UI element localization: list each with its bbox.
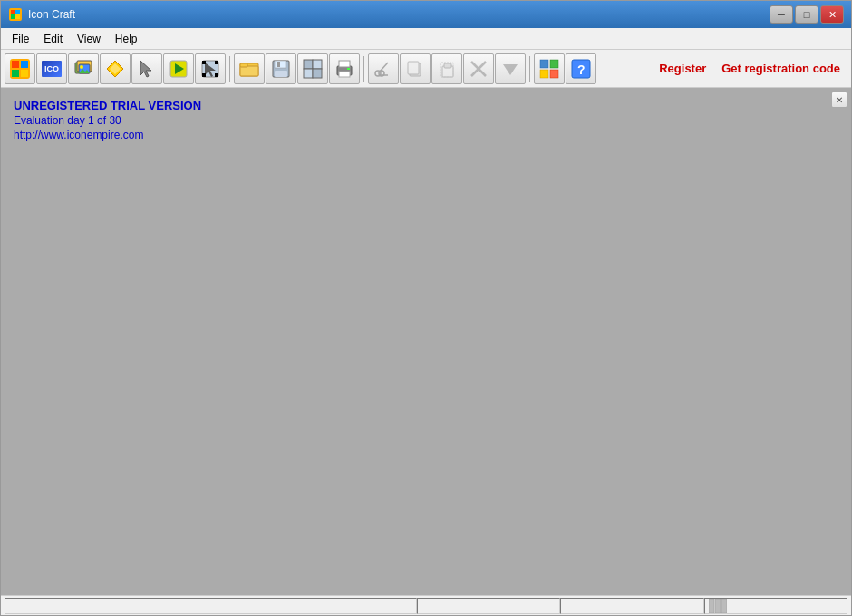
open-btn[interactable] xyxy=(234,53,265,84)
svg-rect-34 xyxy=(313,60,322,69)
svg-rect-27 xyxy=(240,66,258,76)
cursor-btn[interactable] xyxy=(131,53,162,84)
trial-title: UNREGISTERED TRIAL VERSION xyxy=(14,99,201,112)
status-panel-2 xyxy=(417,598,560,614)
svg-rect-2 xyxy=(15,10,20,14)
title-bar: Icon Craft ─ □ ✕ xyxy=(1,1,851,28)
svg-rect-38 xyxy=(339,61,350,67)
copy-btn[interactable] xyxy=(400,53,431,84)
svg-rect-28 xyxy=(240,63,247,67)
separator-2 xyxy=(363,56,364,82)
maximize-button[interactable]: □ xyxy=(795,5,818,24)
close-button[interactable]: ✕ xyxy=(820,5,844,24)
separator-3 xyxy=(529,56,530,82)
svg-rect-56 xyxy=(550,70,558,78)
svg-rect-24 xyxy=(202,73,206,77)
svg-rect-9 xyxy=(21,70,28,77)
svg-rect-35 xyxy=(304,69,313,78)
svg-rect-36 xyxy=(313,69,322,78)
diamond-btn[interactable] xyxy=(100,53,131,84)
main-content: ✕ UNREGISTERED TRIAL VERSION Evaluation … xyxy=(1,88,851,595)
svg-rect-3 xyxy=(11,14,15,19)
svg-rect-53 xyxy=(540,60,548,68)
svg-rect-32 xyxy=(275,71,287,77)
svg-line-43 xyxy=(380,63,388,72)
svg-rect-54 xyxy=(550,60,558,68)
svg-rect-61 xyxy=(721,599,727,613)
svg-marker-17 xyxy=(140,61,151,77)
svg-rect-55 xyxy=(540,70,548,78)
main-window: Icon Craft ─ □ ✕ File Edit View Help ICO xyxy=(0,0,852,616)
svg-text:?: ? xyxy=(577,63,586,77)
menu-view[interactable]: View xyxy=(70,30,108,48)
svg-rect-23 xyxy=(215,61,218,64)
menu-file[interactable]: File xyxy=(5,30,36,48)
separator-1 xyxy=(229,56,230,82)
svg-rect-40 xyxy=(347,68,350,70)
svg-rect-22 xyxy=(202,61,206,64)
menu-help[interactable]: Help xyxy=(108,30,145,48)
trial-banner: UNREGISTERED TRIAL VERSION Evaluation da… xyxy=(14,99,201,141)
minimize-button[interactable]: ─ xyxy=(770,5,793,24)
svg-rect-4 xyxy=(15,14,20,19)
svg-marker-52 xyxy=(503,64,518,75)
cut-btn[interactable] xyxy=(368,53,399,84)
play-btn[interactable] xyxy=(163,53,194,84)
banner-close-button[interactable]: ✕ xyxy=(831,91,847,108)
svg-rect-25 xyxy=(215,73,218,77)
ico-btn[interactable]: ICO xyxy=(36,53,67,84)
svg-rect-39 xyxy=(339,72,350,77)
svg-rect-1 xyxy=(11,10,15,14)
status-bar xyxy=(1,595,851,615)
menu-bar: File Edit View Help xyxy=(1,28,851,50)
svg-rect-6 xyxy=(12,61,19,68)
select-btn[interactable] xyxy=(195,53,226,84)
status-panel-4 xyxy=(704,598,847,614)
print-btn[interactable] xyxy=(329,53,360,84)
trial-link[interactable]: http://www.iconempire.com xyxy=(14,129,201,141)
save-btn[interactable] xyxy=(266,53,296,84)
help-btn[interactable]: ? xyxy=(566,53,596,84)
image-btn[interactable] xyxy=(68,53,99,84)
svg-rect-8 xyxy=(12,70,19,77)
delete-btn[interactable] xyxy=(463,53,494,84)
window-controls: ─ □ ✕ xyxy=(770,5,844,24)
get-registration-button[interactable]: Get registration code xyxy=(714,58,847,79)
svg-rect-59 xyxy=(709,599,714,613)
window-icon xyxy=(8,7,23,22)
svg-rect-48 xyxy=(444,63,451,68)
svg-point-13 xyxy=(80,65,83,69)
trial-eval-text: Evaluation day 1 of 30 xyxy=(14,114,201,127)
svg-rect-7 xyxy=(21,61,28,68)
grid-view-btn[interactable] xyxy=(534,53,565,84)
register-button[interactable]: Register xyxy=(652,58,713,79)
craft-logo-btn[interactable] xyxy=(5,53,35,84)
down-arrow-btn[interactable] xyxy=(495,53,526,84)
svg-rect-33 xyxy=(304,60,313,69)
status-panel-3 xyxy=(560,598,703,614)
save2-btn[interactable] xyxy=(297,53,328,84)
svg-rect-31 xyxy=(277,62,280,67)
toolbar: ICO xyxy=(1,50,851,88)
svg-rect-60 xyxy=(715,599,721,613)
menu-edit[interactable]: Edit xyxy=(36,30,70,48)
window-title: Icon Craft xyxy=(28,8,770,21)
status-panel-1 xyxy=(5,598,417,614)
svg-rect-46 xyxy=(408,62,419,74)
paste-btn[interactable] xyxy=(431,53,462,84)
